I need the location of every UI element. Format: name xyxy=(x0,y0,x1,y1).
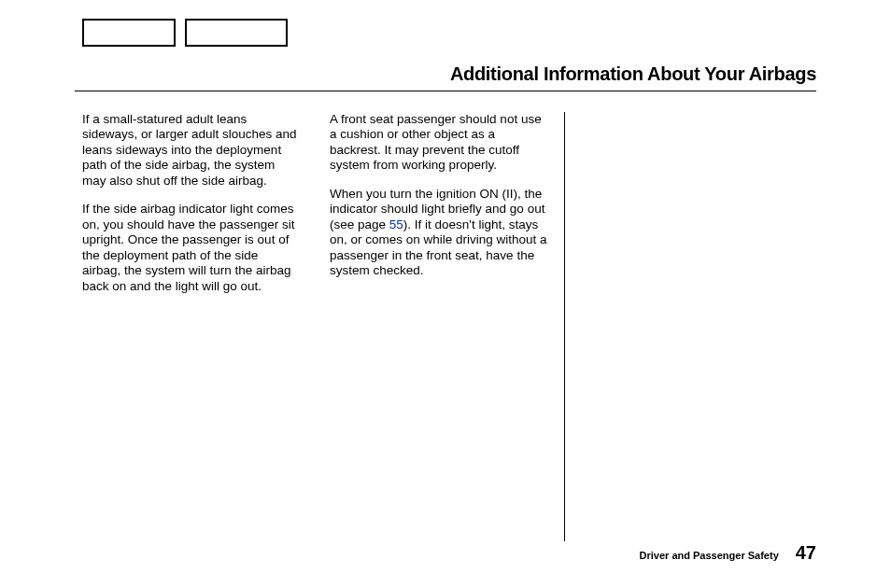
footer-page-number: 47 xyxy=(796,542,816,564)
title-divider xyxy=(75,91,816,91)
decorative-box-right xyxy=(185,19,288,47)
body-paragraph: A front seat passenger should not use a … xyxy=(330,112,547,174)
body-paragraph: If the side airbag indicator light comes… xyxy=(82,202,300,294)
footer-section-label: Driver and Passenger Safety xyxy=(640,550,779,561)
column-left: If a small-statured adult leans sideways… xyxy=(75,112,317,541)
decorative-box-left xyxy=(82,19,176,47)
column-middle: A front seat passenger should not use a … xyxy=(317,112,565,541)
content-columns: If a small-statured adult leans sideways… xyxy=(75,112,816,541)
column-right xyxy=(565,112,816,541)
body-paragraph: If a small-statured adult leans sideways… xyxy=(82,112,300,189)
page-footer: Driver and Passenger Safety 47 xyxy=(640,542,816,564)
page-reference-link[interactable]: 55 xyxy=(389,217,403,231)
page-root: Additional Information About Your Airbag… xyxy=(0,0,891,588)
body-paragraph: When you turn the ignition ON (II), the … xyxy=(330,187,547,279)
top-box-row xyxy=(82,19,816,47)
page-title: Additional Information About Your Airbag… xyxy=(75,63,816,85)
